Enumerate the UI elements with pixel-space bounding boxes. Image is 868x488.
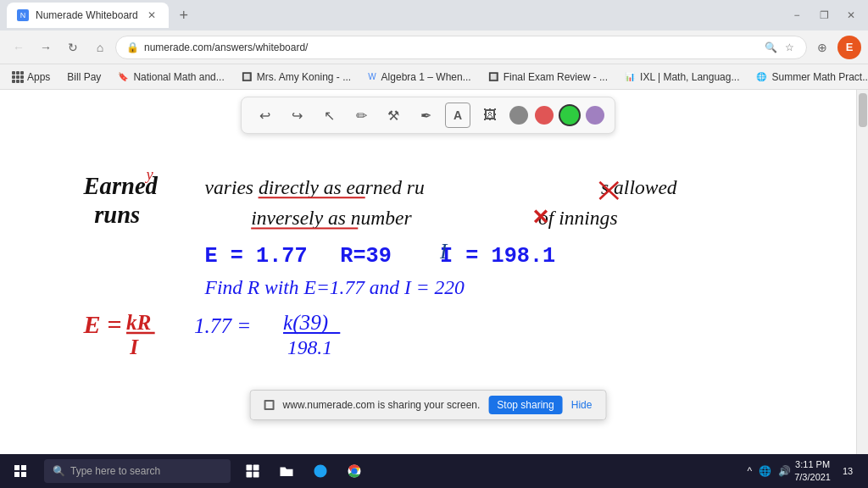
- notification-count: 13: [843, 466, 853, 476]
- svg-rect-27: [247, 472, 253, 478]
- sharing-icon: [264, 400, 275, 410]
- address-box[interactable]: 🔒 numerade.com/answers/whiteboard/ 🔍 ☆: [115, 36, 807, 59]
- svg-text:198.1: 198.1: [287, 336, 332, 358]
- forward-button[interactable]: →: [34, 36, 58, 59]
- svg-text:inversely as number: inversely as number: [251, 207, 412, 229]
- browser-window: N Numerade Whiteboard ✕ + − ❐ ✕ ← → ↻ ⌂ …: [0, 0, 868, 488]
- svg-rect-26: [253, 465, 259, 471]
- svg-text:y: y: [145, 166, 154, 183]
- bookmark-exam-label: Final Exam Review - ...: [504, 71, 608, 83]
- chevron-icon[interactable]: ^: [748, 465, 753, 477]
- back-button[interactable]: ←: [7, 36, 31, 59]
- date: 7/3/2021: [794, 471, 831, 484]
- svg-text:k(39): k(39): [283, 311, 328, 335]
- bookmark-apps[interactable]: Apps: [7, 69, 55, 85]
- star-icon[interactable]: ☆: [782, 41, 796, 54]
- svg-text:1.77 =: 1.77 =: [194, 314, 251, 337]
- tab-favicon: N: [17, 9, 29, 21]
- bookmark-ixl-icon: 📊: [625, 72, 635, 81]
- svg-text:✕: ✕: [531, 206, 549, 229]
- pencil-tool[interactable]: ✒: [413, 103, 438, 128]
- bookmark-algebra-label: Algebra 1 – When...: [381, 71, 471, 83]
- select-tool[interactable]: ↖: [316, 103, 342, 128]
- bookmarks-bar: Apps Bill Pay 🔖 National Math and... 🔲 M…: [0, 64, 868, 90]
- taskbar: 🔍 Type here to search ^ 🌐 🔊: [0, 454, 868, 488]
- svg-text:E =: E =: [83, 310, 122, 339]
- taskview-button[interactable]: [237, 454, 268, 488]
- whiteboard[interactable]: ↩ ↪ ↖ ✏ ⚒ ✒ A 🖼 Earned runs: [0, 90, 856, 454]
- bookmark-algebra[interactable]: W Algebra 1 – When...: [363, 69, 476, 85]
- svg-text:I = 198.1: I = 198.1: [440, 244, 555, 269]
- bookmark-national-icon: 🔖: [118, 72, 128, 81]
- svg-rect-28: [253, 472, 259, 478]
- bookmark-national[interactable]: 🔖 National Math and...: [113, 69, 229, 85]
- scroll-thumb[interactable]: [859, 93, 867, 127]
- minimize-button[interactable]: −: [787, 5, 807, 25]
- bookmark-billpay[interactable]: Bill Pay: [62, 69, 106, 85]
- image-tool[interactable]: 🖼: [477, 103, 503, 128]
- bookmark-ixl[interactable]: 📊 IXL | Math, Languag...: [620, 69, 744, 85]
- bookmark-apps-label: Apps: [27, 71, 50, 83]
- color-purple[interactable]: [586, 106, 604, 125]
- svg-text:E = 1.77: E = 1.77: [205, 244, 308, 269]
- apps-grid-icon: [12, 71, 24, 83]
- refresh-button[interactable]: ↻: [61, 36, 85, 59]
- hide-button[interactable]: Hide: [571, 399, 593, 411]
- taskbar-pinned-apps: [237, 454, 370, 488]
- undo-button[interactable]: ↩: [252, 103, 277, 128]
- scrollbar[interactable]: [856, 90, 868, 454]
- file-explorer-button[interactable]: [271, 454, 302, 488]
- text-tool[interactable]: A: [445, 103, 470, 128]
- svg-text:I: I: [439, 240, 448, 263]
- svg-text:I: I: [129, 336, 139, 358]
- svg-text:runs: runs: [94, 202, 140, 228]
- stop-sharing-button[interactable]: Stop sharing: [488, 396, 562, 414]
- chrome-button[interactable]: [339, 454, 370, 488]
- taskbar-search[interactable]: 🔍 Type here to search: [44, 459, 231, 483]
- volume-icon[interactable]: 🔊: [778, 465, 791, 477]
- notification-button[interactable]: 13: [834, 454, 861, 488]
- bookmark-exam[interactable]: 🔲 Final Exam Review - ...: [483, 69, 613, 85]
- tab-bar: N Numerade Whiteboard ✕ + − ❐ ✕: [0, 0, 868, 30]
- svg-rect-25: [247, 465, 253, 471]
- active-tab[interactable]: N Numerade Whiteboard ✕: [7, 3, 169, 28]
- search-address-icon[interactable]: 🔍: [764, 41, 777, 54]
- network-icon[interactable]: 🌐: [759, 465, 771, 477]
- bookmark-summer[interactable]: 🌐 Summer Math Pract...: [751, 69, 868, 85]
- address-icons: 🔍 ☆: [764, 41, 796, 54]
- redo-button[interactable]: ↪: [284, 103, 309, 128]
- bookmark-algebra-icon: W: [368, 72, 376, 81]
- screen-sharing-bar: www.numerade.com is sharing your screen.…: [250, 390, 607, 420]
- content-area: ↩ ↪ ↖ ✏ ⚒ ✒ A 🖼 Earned runs: [0, 90, 868, 454]
- svg-text:Find R with E=1.77 and I = 220: Find R with E=1.77 and I = 220: [204, 276, 465, 298]
- taskbar-search-placeholder: Type here to search: [70, 465, 160, 477]
- address-bar-row: ← → ↻ ⌂ 🔒 numerade.com/answers/whiteboar…: [0, 30, 868, 64]
- profile-button[interactable]: E: [837, 36, 861, 59]
- close-button[interactable]: ✕: [841, 5, 861, 25]
- pen-tool[interactable]: ✏: [348, 103, 374, 128]
- color-red[interactable]: [535, 106, 554, 125]
- home-button[interactable]: ⌂: [88, 36, 112, 59]
- start-button[interactable]: [0, 454, 41, 488]
- edge-button[interactable]: [305, 454, 336, 488]
- bookmark-summer-label: Summer Math Pract...: [771, 71, 868, 83]
- extensions-button[interactable]: ⊕: [810, 36, 834, 59]
- tab-close-button[interactable]: ✕: [145, 8, 159, 22]
- restore-button[interactable]: ❐: [814, 5, 834, 25]
- color-green[interactable]: [560, 106, 579, 125]
- sharing-message: www.numerade.com is sharing your screen.: [283, 399, 481, 411]
- tab-title: Numerade Whiteboard: [36, 9, 138, 21]
- clock[interactable]: 3:11 PM 7/3/2021: [794, 458, 831, 485]
- bookmark-amy[interactable]: 🔲 Mrs. Amy Koning - ...: [236, 69, 356, 85]
- system-tray: ^ 🌐 🔊: [748, 465, 792, 477]
- svg-text:kR: kR: [126, 311, 151, 334]
- svg-text:varies directly as earned ru: varies directly as earned ru: [205, 176, 425, 198]
- taskbar-search-icon: 🔍: [53, 465, 65, 477]
- windows-logo: [14, 465, 26, 477]
- secure-icon: 🔒: [126, 42, 139, 53]
- color-gray[interactable]: [509, 106, 528, 125]
- tools-menu[interactable]: ⚒: [381, 103, 406, 128]
- new-tab-button[interactable]: +: [172, 3, 196, 27]
- bookmark-amy-icon: 🔲: [242, 72, 252, 81]
- svg-text:R=39: R=39: [340, 244, 392, 269]
